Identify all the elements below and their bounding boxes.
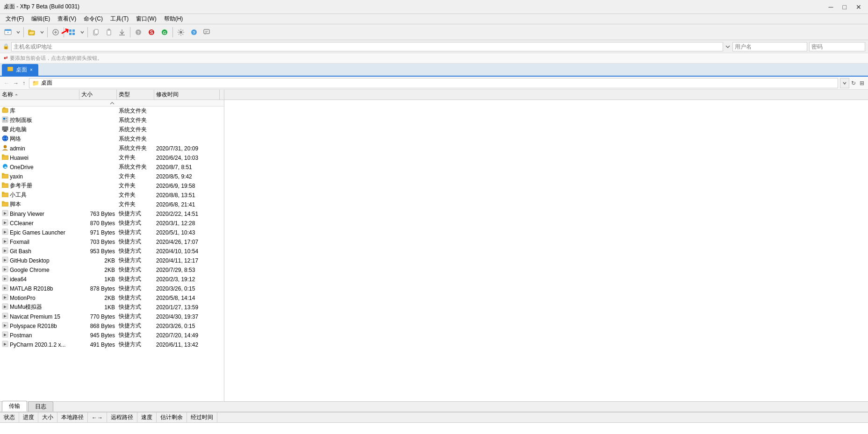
table-row[interactable]: 此电脑系统文件夹 bbox=[0, 125, 224, 135]
back-button[interactable]: ← bbox=[2, 80, 11, 86]
col-header-type[interactable]: 类型 bbox=[117, 90, 154, 100]
menu-view[interactable]: 查看(V) bbox=[54, 14, 80, 24]
table-row[interactable]: 参考手册文件夹2020/6/9, 19:58 bbox=[0, 181, 224, 191]
table-row[interactable]: Huawei文件夹2020/6/24, 10:03 bbox=[0, 153, 224, 163]
file-size: 763 Bytes bbox=[79, 209, 117, 218]
svg-text:▶: ▶ bbox=[4, 267, 7, 271]
toolbar-btn-gear[interactable] bbox=[175, 26, 187, 38]
toolbar-btn-3[interactable] bbox=[50, 26, 62, 38]
table-row[interactable]: yaxin文件夹2020/8/5, 9:42 bbox=[0, 172, 224, 181]
up-button[interactable]: ↑ bbox=[21, 80, 27, 86]
svg-text:?: ? bbox=[137, 30, 140, 35]
user-input[interactable] bbox=[732, 42, 807, 51]
nav-extra-button[interactable]: ⊞ bbox=[858, 80, 866, 86]
file-name: MotionPro bbox=[10, 295, 36, 301]
new-session-button[interactable]: + bbox=[2, 26, 14, 38]
toolbar-btn-red[interactable]: S bbox=[145, 26, 158, 38]
file-size bbox=[79, 200, 117, 209]
file-type: 快捷方式 bbox=[117, 331, 154, 340]
toolbar-btn-copy[interactable] bbox=[90, 26, 102, 38]
open-dropdown[interactable] bbox=[39, 26, 45, 38]
file-type: 快捷方式 bbox=[117, 312, 154, 321]
toolbar-btn-paste[interactable] bbox=[103, 26, 115, 38]
col-header-name[interactable]: 名称 bbox=[0, 90, 79, 100]
menu-window[interactable]: 窗口(W) bbox=[132, 14, 160, 24]
table-row[interactable]: ▶MuMu模拟器1KB快捷方式2020/1/27, 13:59 bbox=[0, 303, 224, 312]
tab-desktop[interactable]: 桌面 × bbox=[2, 64, 38, 76]
table-row[interactable]: ▶Polyspace R2018b868 Bytes快捷方式2020/3/26,… bbox=[0, 321, 224, 331]
col-header-date[interactable]: 修改时间 bbox=[154, 90, 220, 100]
tcol-status: 状态 bbox=[0, 413, 19, 422]
file-icon bbox=[2, 182, 8, 189]
file-type: 快捷方式 bbox=[117, 293, 154, 302]
svg-rect-53 bbox=[2, 201, 4, 203]
svg-text:▶: ▶ bbox=[4, 314, 7, 318]
table-row[interactable]: 库系统文件夹 bbox=[0, 107, 224, 116]
file-type: 快捷方式 bbox=[117, 256, 154, 265]
file-name: yaxin bbox=[10, 173, 23, 180]
file-size bbox=[79, 107, 117, 115]
minimize-button[interactable]: ─ bbox=[826, 3, 836, 11]
tab-close-button[interactable]: × bbox=[30, 67, 33, 72]
table-row[interactable]: ☁OneDrive系统文件夹2020/8/7, 8:51 bbox=[0, 163, 224, 172]
dropdown-arrow-host[interactable] bbox=[725, 44, 731, 50]
toolbar-btn-gray[interactable]: ? bbox=[132, 26, 144, 38]
toolbar-btn-4-dropdown[interactable] bbox=[79, 26, 86, 38]
file-size: 953 Bytes bbox=[79, 247, 117, 256]
transfer-tab[interactable]: 传输 bbox=[2, 401, 27, 412]
toolbar-btn-5[interactable] bbox=[116, 26, 128, 38]
table-row[interactable]: 控制面板系统文件夹 bbox=[0, 116, 224, 125]
table-row[interactable]: ▶Navicat Premium 15770 Bytes快捷方式2020/4/3… bbox=[0, 312, 224, 321]
file-size: 2KB bbox=[79, 265, 117, 274]
close-button[interactable]: ✕ bbox=[853, 3, 864, 11]
new-session-dropdown[interactable] bbox=[15, 26, 22, 38]
path-dropdown[interactable] bbox=[840, 78, 849, 88]
menu-file[interactable]: 文件(F) bbox=[2, 14, 28, 24]
forward-button[interactable]: → bbox=[11, 80, 21, 86]
table-row[interactable]: ▶GitHub Desktop2KB快捷方式2020/4/11, 12:17 bbox=[0, 256, 224, 265]
refresh-button[interactable]: ↻ bbox=[849, 80, 858, 86]
file-name: Polyspace R2018b bbox=[10, 323, 57, 329]
file-icon bbox=[2, 201, 8, 208]
password-input[interactable] bbox=[809, 42, 865, 51]
toolbar-btn-chat[interactable] bbox=[201, 26, 213, 38]
toolbar-btn-green[interactable]: G bbox=[158, 26, 171, 38]
table-row[interactable]: ▶CCleaner870 Bytes快捷方式2020/3/1, 12:28 bbox=[0, 219, 224, 228]
table-row[interactable]: ▶Git Bash953 Bytes快捷方式2020/4/10, 10:54 bbox=[0, 247, 224, 256]
session-hint-text: 要添加当前会话，点击左侧的箭头按钮。 bbox=[10, 55, 102, 62]
table-row[interactable]: ▶MotionPro2KB快捷方式2020/5/8, 14:14 bbox=[0, 293, 224, 303]
toolbar: + ? S G ? bbox=[0, 24, 868, 40]
file-name: MuMu模拟器 bbox=[10, 303, 42, 311]
table-row[interactable]: ▶MATLAB R2018b878 Bytes快捷方式2020/3/26, 0:… bbox=[0, 284, 224, 293]
table-row[interactable]: ▶Google Chrome2KB快捷方式2020/7/29, 8:53 bbox=[0, 265, 224, 275]
toolbar-separator-6 bbox=[172, 27, 173, 37]
host-input[interactable] bbox=[11, 42, 723, 51]
table-row[interactable]: ▶PyCharm 2020.1.2 x...491 Bytes快捷方式2020/… bbox=[0, 340, 224, 349]
open-button[interactable] bbox=[26, 26, 38, 38]
toolbar-btn-4[interactable] bbox=[66, 26, 78, 38]
table-row[interactable]: 网络系统文件夹 bbox=[0, 135, 224, 144]
table-row[interactable]: ▶Foxmail703 Bytes快捷方式2020/4/26, 17:07 bbox=[0, 237, 224, 247]
menu-edit[interactable]: 编辑(E) bbox=[28, 14, 54, 24]
menu-tools[interactable]: 工具(T) bbox=[107, 14, 132, 24]
menu-help[interactable]: 帮助(H) bbox=[160, 14, 187, 24]
file-date bbox=[154, 107, 220, 115]
table-row[interactable]: 脚本文件夹2020/6/8, 21:41 bbox=[0, 200, 224, 209]
table-row[interactable]: ▶Postman945 Bytes快捷方式2020/7/20, 14:49 bbox=[0, 331, 224, 340]
file-size: 971 Bytes bbox=[79, 228, 117, 237]
scroll-up-indicator[interactable] bbox=[0, 100, 224, 107]
log-tab[interactable]: 日志 bbox=[28, 401, 53, 412]
table-row[interactable]: admin系统文件夹2020/7/31, 20:09 bbox=[0, 144, 224, 153]
maximize-button[interactable]: □ bbox=[840, 3, 849, 11]
table-row[interactable]: ▶idea641KB快捷方式2020/2/3, 19:12 bbox=[0, 275, 224, 284]
tcol-progress: 进度 bbox=[19, 413, 38, 422]
col-header-size[interactable]: 大小 bbox=[79, 90, 117, 100]
toolbar-btn-help[interactable]: ? bbox=[188, 26, 200, 38]
table-row[interactable]: ▶Binary Viewer763 Bytes快捷方式2020/2/22, 14… bbox=[0, 209, 224, 219]
transfer-section: 状态 进度 大小 本地路径 ←→ 远程路径 速度 估计剩余 经过时间 bbox=[0, 412, 868, 434]
menu-command[interactable]: 命令(C) bbox=[80, 14, 107, 24]
table-row[interactable]: 小工具文件夹2020/8/8, 13:51 bbox=[0, 191, 224, 200]
file-name: Navicat Premium 15 bbox=[10, 313, 60, 320]
table-row[interactable]: ▶Epic Games Launcher971 Bytes快捷方式2020/5/… bbox=[0, 228, 224, 237]
svg-rect-47 bbox=[2, 173, 4, 175]
